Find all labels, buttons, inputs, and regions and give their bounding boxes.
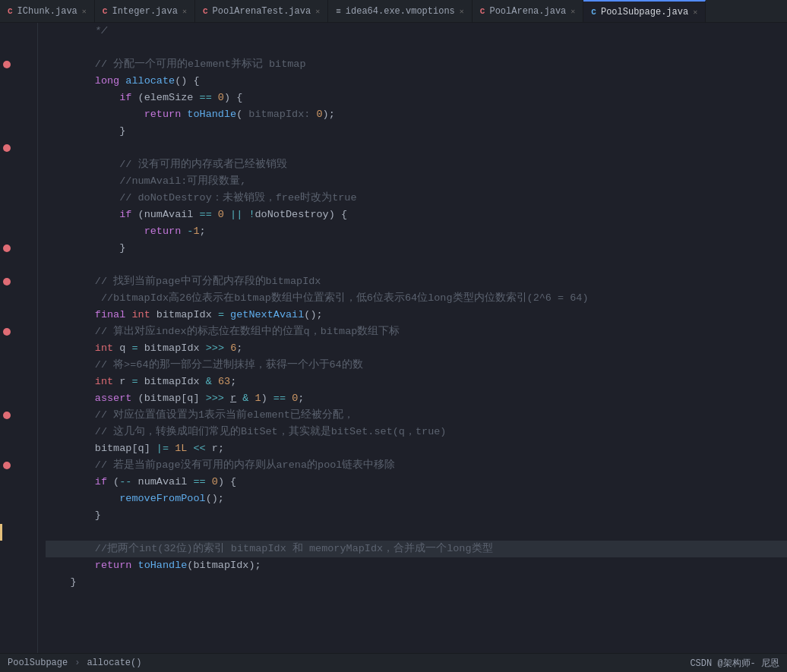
gutter-line-changed: [0, 524, 37, 541]
tab-ichunk[interactable]: C IChunk.java ✕: [0, 0, 95, 22]
gutter-line-breakpoint[interactable]: [0, 407, 37, 424]
code-line: long allocate() {: [46, 73, 787, 90]
java-icon: C: [203, 7, 208, 16]
code-line: // 若是当前page没有可用的内存则从arena的pool链表中移除: [46, 457, 787, 474]
tab-label: PoolSubpage.java: [601, 7, 688, 17]
gutter-line: [0, 424, 37, 440]
tab-poolarenatest[interactable]: C PoolArenaTest.java ✕: [195, 0, 328, 22]
tab-bar: C IChunk.java ✕ C Integer.java ✕ C PoolA…: [0, 0, 787, 23]
code-line: // 将>=64的那一部分二进制抹掉，获得一个小于64的数: [46, 357, 787, 374]
breadcrumb-class: PoolSubpage: [8, 658, 68, 668]
csdn-attribution: CSDN @架构师- 尼恩: [690, 657, 779, 670]
breadcrumb: PoolSubpage › allocate(): [8, 658, 141, 668]
gutter-line: [0, 207, 37, 223]
gutter-line: [0, 307, 37, 323]
code-line: }: [46, 240, 787, 257]
tab-poolarena[interactable]: C PoolArena.java ✕: [473, 0, 583, 22]
gutter-line: [0, 591, 37, 607]
gutter-line: [0, 23, 37, 39]
status-right: CSDN @架构师- 尼恩: [690, 657, 779, 670]
gutter-line-breakpoint[interactable]: [0, 140, 37, 156]
code-line: if (-- numAvail == 0) {: [46, 474, 787, 491]
code-line: assert (bitmap[q] >>> r & 1) == 0;: [46, 390, 787, 407]
tab-label: IChunk.java: [17, 6, 77, 17]
gutter-line: [0, 39, 37, 56]
gutter-line: [0, 223, 37, 240]
code-line: [46, 39, 787, 56]
tab-idea64[interactable]: ≡ idea64.exe.vmoptions ✕: [328, 0, 473, 22]
gutter-line: [0, 557, 37, 574]
code-line: //bitmapIdx高26位表示在bitmap数组中位置索引，低6位表示64位…: [46, 290, 787, 307]
txt-icon: ≡: [336, 7, 341, 16]
gutter-line: [0, 156, 37, 173]
code-line: [46, 140, 787, 156]
gutter-line: [0, 340, 37, 357]
tab-poolsubpage[interactable]: C PoolSubpage.java ✕: [583, 0, 706, 22]
code-line: return toHandle(bitmapIdx);: [46, 557, 787, 574]
code-line: // 找到当前page中可分配内存段的bitmapIdx: [46, 273, 787, 290]
status-bar: PoolSubpage › allocate() CSDN @架构师- 尼恩: [0, 653, 787, 672]
code-line-highlighted: //把两个int(32位)的索引 bitmapIdx 和 memoryMapId…: [46, 541, 787, 557]
tab-integer[interactable]: C Integer.java ✕: [95, 0, 195, 22]
gutter-line-breakpoint[interactable]: [0, 323, 37, 340]
gutter-line: [0, 541, 37, 557]
code-line: // doNotDestroy：未被销毁，free时改为true: [46, 190, 787, 207]
code-line: // 分配一个可用的element并标记 bitmap: [46, 56, 787, 73]
code-line: //numAvail:可用段数量,: [46, 173, 787, 190]
gutter-line: [0, 474, 37, 491]
gutter-line: [0, 123, 37, 140]
java-icon: C: [591, 8, 596, 17]
tab-label: idea64.exe.vmoptions: [346, 6, 455, 17]
gutter-line: [0, 491, 37, 507]
gutter-line-breakpoint[interactable]: [0, 457, 37, 474]
gutter-line: [0, 390, 37, 407]
gutter-line: [0, 106, 37, 123]
tab-close-icon[interactable]: ✕: [82, 7, 87, 16]
code-line: */: [46, 23, 787, 39]
code-line: // 对应位置值设置为1表示当前element已经被分配，: [46, 407, 787, 424]
code-line: removeFromPool();: [46, 491, 787, 507]
gutter-line: [0, 173, 37, 190]
gutter-line: [0, 374, 37, 390]
java-icon: C: [103, 7, 108, 16]
gutter-line: [0, 257, 37, 273]
tab-close-icon[interactable]: ✕: [570, 7, 575, 16]
gutter-line: [0, 440, 37, 457]
gutter-line-breakpoint[interactable]: [0, 240, 37, 257]
gutter-line-breakpoint[interactable]: [0, 56, 37, 73]
java-icon: C: [8, 7, 13, 16]
gutter-line: [0, 190, 37, 207]
tab-close-icon[interactable]: ✕: [693, 8, 697, 17]
code-line: }: [46, 574, 787, 591]
gutter-line: [0, 507, 37, 524]
editor-container: */ // 分配一个可用的element并标记 bitmap long allo…: [0, 23, 787, 653]
gutter-line: [0, 574, 37, 591]
code-line: // 算出对应index的标志位在数组中的位置q，bitmap数组下标: [46, 323, 787, 340]
gutter-line: [0, 290, 37, 307]
code-line: // 没有可用的内存或者已经被销毁: [46, 156, 787, 173]
tab-label: PoolArenaTest.java: [213, 6, 311, 17]
code-line: int q = bitmapIdx >>> 6;: [46, 340, 787, 357]
code-line: if (numAvail == 0 || !doNotDestroy) {: [46, 207, 787, 223]
code-content: */ // 分配一个可用的element并标记 bitmap long allo…: [38, 23, 787, 606]
gutter-line: [0, 357, 37, 374]
breadcrumb-separator: ›: [74, 658, 80, 668]
code-line: final int bitmapIdx = getNextAvail();: [46, 307, 787, 323]
code-line: [46, 524, 787, 541]
gutter-line: [0, 73, 37, 90]
gutter-line-breakpoint[interactable]: [0, 273, 37, 290]
tab-label: Integer.java: [112, 6, 177, 17]
breadcrumb-method: allocate(): [87, 658, 141, 668]
code-line: }: [46, 123, 787, 140]
code-line: int r = bitmapIdx & 63;: [46, 374, 787, 390]
code-editor[interactable]: */ // 分配一个可用的element并标记 bitmap long allo…: [38, 23, 787, 653]
tab-close-icon[interactable]: ✕: [460, 7, 464, 16]
code-line: return -1;: [46, 223, 787, 240]
code-line: [46, 257, 787, 273]
code-line: // 这几句，转换成咱们常见的BitSet，其实就是bitSet.set(q，t…: [46, 424, 787, 440]
tab-label: PoolArena.java: [489, 6, 566, 17]
code-line: return toHandle( bitmapIdx: 0);: [46, 106, 787, 123]
tab-close-icon[interactable]: ✕: [182, 7, 187, 16]
tab-close-icon[interactable]: ✕: [315, 7, 320, 16]
java-icon: C: [480, 7, 485, 16]
